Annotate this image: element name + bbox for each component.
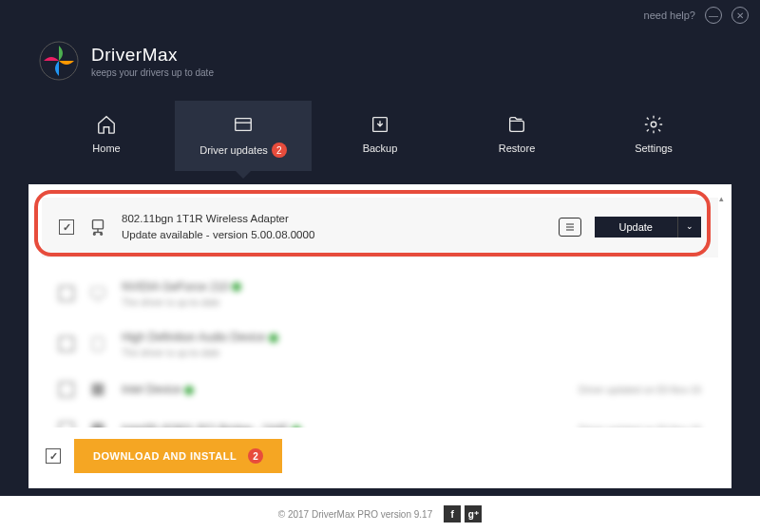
updates-icon xyxy=(233,114,254,135)
svg-rect-1 xyxy=(236,119,252,131)
svg-rect-16 xyxy=(92,384,104,396)
nav-backup[interactable]: Backup xyxy=(312,101,448,171)
updates-badge: 2 xyxy=(272,142,287,158)
audio-icon xyxy=(87,333,108,354)
footer: © 2017 DriverMax PRO version 9.17 f g⁺ xyxy=(0,496,760,532)
svg-rect-5 xyxy=(93,220,104,229)
driver-info: 802.11bgn 1T1R Wireless Adapter Update a… xyxy=(122,211,545,244)
update-button[interactable]: Update xyxy=(595,217,677,238)
social-links: f g⁺ xyxy=(444,505,482,522)
bottom-action-bar: DOWNLOAD AND INSTALL 2 xyxy=(28,428,732,484)
logo-icon xyxy=(38,40,80,82)
select-all-checkbox[interactable] xyxy=(46,448,61,464)
window-titlebar: need help? — ✕ xyxy=(0,0,760,30)
minimize-button[interactable]: — xyxy=(705,7,722,24)
update-button-group: Update ⌄ xyxy=(595,217,701,238)
svg-rect-13 xyxy=(91,288,105,297)
svg-rect-15 xyxy=(93,337,104,352)
svg-point-9 xyxy=(101,234,103,236)
driver-row: NVIDIA GeForce 210 The driver is up-to-d… xyxy=(42,269,718,319)
close-button[interactable]: ✕ xyxy=(732,7,749,24)
help-link[interactable]: need help? xyxy=(644,10,695,21)
network-adapter-icon xyxy=(87,217,108,238)
monitor-icon xyxy=(87,283,108,304)
details-button[interactable] xyxy=(559,218,581,237)
nav-settings[interactable]: Settings xyxy=(585,101,722,171)
driver-checkbox[interactable] xyxy=(59,382,74,397)
driver-checkbox[interactable] xyxy=(59,286,74,301)
driver-checkbox[interactable] xyxy=(59,219,74,235)
app-subtitle: keeps your drivers up to date xyxy=(91,67,214,78)
app-header: DriverMax keeps your drivers up to date xyxy=(0,30,760,101)
backup-icon xyxy=(370,114,390,135)
download-badge: 2 xyxy=(248,448,263,464)
download-install-button[interactable]: DOWNLOAD AND INSTALL 2 xyxy=(74,439,282,473)
driver-row-featured: 802.11bgn 1T1R Wireless Adapter Update a… xyxy=(42,198,718,257)
copyright-text: © 2017 DriverMax PRO version 9.17 xyxy=(278,509,432,520)
driver-row: Intel Device Driver updated on 03-Nov-16 xyxy=(42,370,718,409)
facebook-icon[interactable]: f xyxy=(444,505,461,522)
main-nav: Home Driver updates2 Backup Restore Sett… xyxy=(0,101,760,171)
update-dropdown[interactable]: ⌄ xyxy=(677,217,701,238)
brand-text: DriverMax keeps your drivers up to date xyxy=(91,45,214,78)
driver-checkbox[interactable] xyxy=(59,336,74,352)
driver-status: Update available - version 5.00.08.0000 xyxy=(122,227,545,243)
svg-point-4 xyxy=(651,122,656,127)
nav-home[interactable]: Home xyxy=(38,101,175,171)
driver-name: 802.11bgn 1T1R Wireless Adapter xyxy=(122,211,545,227)
driver-row: High Definition Audio Device The driver … xyxy=(42,319,718,370)
home-icon xyxy=(96,114,117,135)
googleplus-icon[interactable]: g⁺ xyxy=(465,505,482,522)
restore-icon xyxy=(506,114,527,135)
svg-point-8 xyxy=(93,234,95,236)
device-icon xyxy=(87,379,108,400)
settings-icon xyxy=(643,114,664,135)
nav-driver-updates[interactable]: Driver updates2 xyxy=(175,101,312,171)
nav-restore[interactable]: Restore xyxy=(448,101,585,171)
scroll-up-icon[interactable]: ▴ xyxy=(714,194,728,205)
app-title: DriverMax xyxy=(91,45,214,66)
